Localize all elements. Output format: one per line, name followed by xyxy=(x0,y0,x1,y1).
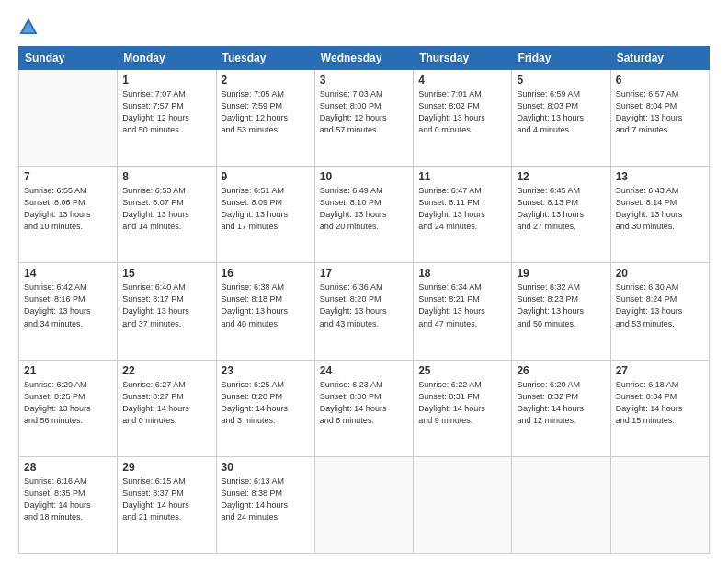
day-info: Sunrise: 6:51 AM Sunset: 8:09 PM Dayligh… xyxy=(222,185,310,233)
day-info: Sunrise: 6:23 AM Sunset: 8:30 PM Dayligh… xyxy=(320,379,408,427)
day-number: 18 xyxy=(418,267,506,280)
day-cell: 14Sunrise: 6:42 AM Sunset: 8:16 PM Dayli… xyxy=(19,263,118,360)
calendar-body: 1Sunrise: 7:07 AM Sunset: 7:57 PM Daylig… xyxy=(19,70,710,554)
day-number: 8 xyxy=(122,170,210,183)
day-cell: 12Sunrise: 6:45 AM Sunset: 8:13 PM Dayli… xyxy=(512,167,610,263)
day-cell: 30Sunrise: 6:13 AM Sunset: 8:38 PM Dayli… xyxy=(216,456,314,553)
day-cell: 25Sunrise: 6:22 AM Sunset: 8:31 PM Dayli… xyxy=(414,360,512,456)
day-cell xyxy=(512,456,610,553)
day-info: Sunrise: 6:25 AM Sunset: 8:28 PM Dayligh… xyxy=(222,379,310,427)
day-number: 23 xyxy=(222,364,310,377)
day-number: 27 xyxy=(616,364,704,377)
day-info: Sunrise: 7:01 AM Sunset: 8:02 PM Dayligh… xyxy=(418,88,506,136)
day-number: 24 xyxy=(320,364,408,377)
day-cell: 27Sunrise: 6:18 AM Sunset: 8:34 PM Dayli… xyxy=(610,360,709,456)
day-number: 19 xyxy=(517,267,605,280)
day-number: 26 xyxy=(517,364,605,377)
day-cell: 16Sunrise: 6:38 AM Sunset: 8:18 PM Dayli… xyxy=(216,263,314,360)
day-cell xyxy=(314,456,413,553)
day-info: Sunrise: 6:55 AM Sunset: 8:06 PM Dayligh… xyxy=(24,185,112,233)
day-cell: 24Sunrise: 6:23 AM Sunset: 8:30 PM Dayli… xyxy=(314,360,413,456)
day-cell: 10Sunrise: 6:49 AM Sunset: 8:10 PM Dayli… xyxy=(314,167,413,263)
day-cell xyxy=(610,456,709,553)
day-number: 14 xyxy=(24,267,112,280)
day-number: 6 xyxy=(616,74,704,86)
day-number: 3 xyxy=(320,74,408,86)
header-cell-tuesday: Tuesday xyxy=(216,47,314,70)
logo-icon xyxy=(18,17,39,37)
day-cell: 29Sunrise: 6:15 AM Sunset: 8:37 PM Dayli… xyxy=(118,456,216,553)
day-info: Sunrise: 7:05 AM Sunset: 7:59 PM Dayligh… xyxy=(222,88,310,136)
day-number: 9 xyxy=(222,170,310,183)
day-cell: 8Sunrise: 6:53 AM Sunset: 8:07 PM Daylig… xyxy=(118,167,216,263)
day-cell: 18Sunrise: 6:34 AM Sunset: 8:21 PM Dayli… xyxy=(414,263,512,360)
header-cell-thursday: Thursday xyxy=(414,47,512,70)
day-number: 10 xyxy=(320,170,408,183)
day-cell: 28Sunrise: 6:16 AM Sunset: 8:35 PM Dayli… xyxy=(19,456,118,553)
day-info: Sunrise: 6:40 AM Sunset: 8:17 PM Dayligh… xyxy=(122,282,210,329)
day-number: 2 xyxy=(222,74,310,86)
day-cell: 17Sunrise: 6:36 AM Sunset: 8:20 PM Dayli… xyxy=(314,263,413,360)
day-cell: 4Sunrise: 7:01 AM Sunset: 8:02 PM Daylig… xyxy=(414,70,512,167)
day-number: 30 xyxy=(222,461,310,474)
day-info: Sunrise: 6:13 AM Sunset: 8:38 PM Dayligh… xyxy=(222,476,310,523)
day-info: Sunrise: 6:16 AM Sunset: 8:35 PM Dayligh… xyxy=(24,476,112,523)
day-info: Sunrise: 6:49 AM Sunset: 8:10 PM Dayligh… xyxy=(320,185,408,233)
day-number: 15 xyxy=(122,267,210,280)
day-number: 11 xyxy=(418,170,506,183)
day-cell: 20Sunrise: 6:30 AM Sunset: 8:24 PM Dayli… xyxy=(610,263,709,360)
day-info: Sunrise: 6:45 AM Sunset: 8:13 PM Dayligh… xyxy=(517,185,605,233)
day-info: Sunrise: 6:20 AM Sunset: 8:32 PM Dayligh… xyxy=(517,379,605,427)
day-number: 21 xyxy=(24,364,112,377)
logo xyxy=(18,17,42,37)
day-info: Sunrise: 6:27 AM Sunset: 8:27 PM Dayligh… xyxy=(122,379,210,427)
day-info: Sunrise: 6:32 AM Sunset: 8:23 PM Dayligh… xyxy=(517,282,605,329)
day-info: Sunrise: 6:57 AM Sunset: 8:04 PM Dayligh… xyxy=(616,88,704,136)
day-cell: 11Sunrise: 6:47 AM Sunset: 8:11 PM Dayli… xyxy=(414,167,512,263)
day-info: Sunrise: 7:03 AM Sunset: 8:00 PM Dayligh… xyxy=(320,88,408,136)
week-row-2: 14Sunrise: 6:42 AM Sunset: 8:16 PM Dayli… xyxy=(19,263,710,360)
week-row-4: 28Sunrise: 6:16 AM Sunset: 8:35 PM Dayli… xyxy=(19,456,710,553)
week-row-3: 21Sunrise: 6:29 AM Sunset: 8:25 PM Dayli… xyxy=(19,360,710,456)
day-info: Sunrise: 6:59 AM Sunset: 8:03 PM Dayligh… xyxy=(517,88,605,136)
day-info: Sunrise: 6:18 AM Sunset: 8:34 PM Dayligh… xyxy=(616,379,704,427)
day-number: 13 xyxy=(616,170,704,183)
page: SundayMondayTuesdayWednesdayThursdayFrid… xyxy=(0,0,728,563)
day-info: Sunrise: 6:30 AM Sunset: 8:24 PM Dayligh… xyxy=(616,282,704,329)
day-cell: 26Sunrise: 6:20 AM Sunset: 8:32 PM Dayli… xyxy=(512,360,610,456)
day-cell: 19Sunrise: 6:32 AM Sunset: 8:23 PM Dayli… xyxy=(512,263,610,360)
day-cell xyxy=(19,70,118,167)
day-number: 5 xyxy=(517,74,605,86)
day-info: Sunrise: 6:53 AM Sunset: 8:07 PM Dayligh… xyxy=(122,185,210,233)
calendar-table: SundayMondayTuesdayWednesdayThursdayFrid… xyxy=(18,46,710,554)
day-cell: 23Sunrise: 6:25 AM Sunset: 8:28 PM Dayli… xyxy=(216,360,314,456)
day-info: Sunrise: 7:07 AM Sunset: 7:57 PM Dayligh… xyxy=(122,88,210,136)
day-cell: 9Sunrise: 6:51 AM Sunset: 8:09 PM Daylig… xyxy=(216,167,314,263)
day-info: Sunrise: 6:43 AM Sunset: 8:14 PM Dayligh… xyxy=(616,185,704,233)
day-cell: 2Sunrise: 7:05 AM Sunset: 7:59 PM Daylig… xyxy=(216,70,314,167)
day-info: Sunrise: 6:34 AM Sunset: 8:21 PM Dayligh… xyxy=(418,282,506,329)
header-cell-monday: Monday xyxy=(118,47,216,70)
header xyxy=(18,17,710,37)
day-cell: 1Sunrise: 7:07 AM Sunset: 7:57 PM Daylig… xyxy=(118,70,216,167)
week-row-1: 7Sunrise: 6:55 AM Sunset: 8:06 PM Daylig… xyxy=(19,167,710,263)
day-number: 16 xyxy=(222,267,310,280)
header-cell-wednesday: Wednesday xyxy=(314,47,413,70)
day-number: 7 xyxy=(24,170,112,183)
day-number: 20 xyxy=(616,267,704,280)
calendar-header: SundayMondayTuesdayWednesdayThursdayFrid… xyxy=(19,47,710,70)
header-cell-saturday: Saturday xyxy=(610,47,709,70)
day-number: 17 xyxy=(320,267,408,280)
day-cell: 7Sunrise: 6:55 AM Sunset: 8:06 PM Daylig… xyxy=(19,167,118,263)
day-cell: 13Sunrise: 6:43 AM Sunset: 8:14 PM Dayli… xyxy=(610,167,709,263)
day-number: 22 xyxy=(122,364,210,377)
day-cell xyxy=(414,456,512,553)
header-cell-friday: Friday xyxy=(512,47,610,70)
day-cell: 22Sunrise: 6:27 AM Sunset: 8:27 PM Dayli… xyxy=(118,360,216,456)
day-info: Sunrise: 6:29 AM Sunset: 8:25 PM Dayligh… xyxy=(24,379,112,427)
day-cell: 5Sunrise: 6:59 AM Sunset: 8:03 PM Daylig… xyxy=(512,70,610,167)
day-number: 29 xyxy=(122,461,210,474)
day-cell: 21Sunrise: 6:29 AM Sunset: 8:25 PM Dayli… xyxy=(19,360,118,456)
week-row-0: 1Sunrise: 7:07 AM Sunset: 7:57 PM Daylig… xyxy=(19,70,710,167)
day-cell: 3Sunrise: 7:03 AM Sunset: 8:00 PM Daylig… xyxy=(314,70,413,167)
